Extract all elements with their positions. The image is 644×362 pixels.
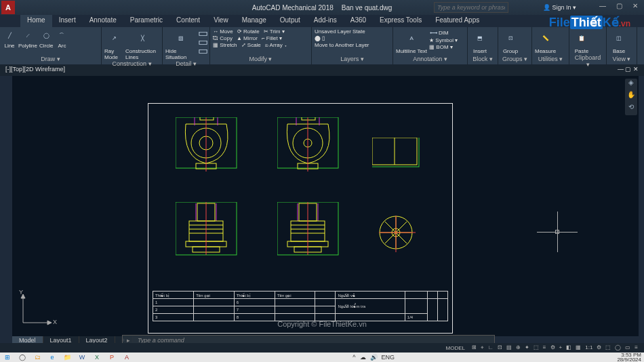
paste-button[interactable]: 📋Paste	[572, 28, 591, 54]
ray-mode-button[interactable]: ↗Ray Mode	[104, 28, 123, 60]
status-toggle[interactable]: ⌖	[479, 344, 486, 350]
status-toggle[interactable]: ⊕	[514, 344, 523, 350]
status-toggle[interactable]: ▦	[573, 344, 583, 350]
tab-manage[interactable]: Manage	[235, 15, 273, 27]
tab-featured-apps[interactable]: Featured Apps	[428, 15, 486, 27]
status-toggle[interactable]: ⊞	[470, 344, 479, 350]
taskbar-app[interactable]: 📁	[60, 353, 75, 362]
panel-view-title[interactable]: View ▾	[609, 56, 634, 63]
line-icon: ╱	[3, 28, 16, 42]
system-clock[interactable]: 3:53 PM28/9/2024	[617, 353, 644, 362]
tab-express-tools[interactable]: Express Tools	[373, 15, 428, 27]
line-button[interactable]: ╱Line	[3, 28, 16, 49]
minimize-button[interactable]: —	[595, 2, 610, 13]
tab-output[interactable]: Output	[273, 15, 307, 27]
panel-detail-title[interactable]: Detail ▾	[165, 60, 207, 68]
status-toggle[interactable]: ◧	[564, 344, 573, 350]
modify-scale-button[interactable]: ⤢ Scale	[241, 42, 261, 48]
status-toggle[interactable]: +	[557, 344, 565, 350]
insert-button[interactable]: ⬒Insert	[470, 28, 489, 54]
status-toggle[interactable]: ◯	[613, 344, 623, 350]
tab-annotate[interactable]: Annotate	[83, 15, 123, 27]
status-toggle[interactable]: ≡	[541, 344, 548, 350]
taskbar-app[interactable]: P	[104, 353, 119, 362]
hide-situation-icon: ▧	[172, 28, 190, 47]
bom-button[interactable]: ▦ BOM ▾	[429, 44, 458, 50]
tab-view[interactable]: View	[207, 15, 235, 27]
modify-copy-button[interactable]: ⿻ Copy	[213, 35, 233, 41]
status-toggle[interactable]: ▭	[623, 344, 632, 350]
layer-row[interactable]: ⬤ ▯	[315, 35, 369, 41]
status-toggle[interactable]: ≡	[632, 344, 640, 350]
app-icon[interactable]: A	[1, 1, 15, 14]
panel-construction-title[interactable]: Construction ▾	[104, 60, 159, 68]
panel-clipboard-title[interactable]: Clipboard ▾	[572, 54, 603, 68]
measure-button[interactable]: 📏Measure	[535, 28, 556, 54]
status-toggle[interactable]: ⬚	[531, 344, 541, 350]
tray-icon[interactable]: ☁	[360, 354, 366, 361]
modify-array-button[interactable]: ⎄ Array ▾	[265, 42, 287, 48]
viewport-controls[interactable]: — ▢ ✕	[618, 66, 639, 75]
dim-button[interactable]: ⟷DIM	[429, 28, 458, 37]
status-toggle[interactable]: 1:1	[583, 344, 595, 350]
tab-home[interactable]: Home	[20, 15, 52, 27]
status-toggle[interactable]: ⊡	[496, 344, 504, 350]
tab-a360[interactable]: A360	[344, 15, 373, 27]
tab-insert[interactable]: Insert	[52, 15, 83, 27]
modify-mirror-button[interactable]: ▲ Mirror	[237, 35, 258, 41]
modify-move-button[interactable]: ↔ Move	[213, 28, 233, 35]
base-view-button[interactable]: ◫Base	[609, 28, 628, 54]
status-toggle[interactable]: ⚙	[548, 344, 557, 350]
taskbar-app[interactable]: ⊞	[0, 353, 15, 362]
tray-icon[interactable]: ^	[353, 354, 355, 361]
polyline-button[interactable]: ⟋Polyline	[18, 28, 37, 49]
symbol-button[interactable]: ★ Symbol ▾	[429, 37, 458, 43]
search-input[interactable]	[434, 2, 508, 13]
status-toggle[interactable]: ∟	[486, 344, 496, 350]
modify-stretch-button[interactable]: ▦ Stretch	[213, 42, 237, 48]
panel-annotation-title[interactable]: Annotation ▾	[396, 56, 464, 63]
hide-situation-button[interactable]: ▧ Hide Situation	[165, 28, 197, 60]
group-button[interactable]: ⊡Group	[501, 28, 520, 54]
model-space-button[interactable]: MODEL	[444, 345, 467, 351]
status-toggle[interactable]: ⚙	[595, 344, 603, 350]
status-toggle[interactable]: ⬚	[603, 344, 613, 350]
panel-modify-title[interactable]: Modify ▾	[213, 56, 308, 63]
multiline-text-button[interactable]: AMultiline Text	[396, 28, 427, 54]
panel-draw-title[interactable]: Draw ▾	[3, 56, 98, 63]
nav-pan-icon[interactable]: ✋	[625, 91, 637, 103]
panel-utilities-title[interactable]: Utilities ▾	[535, 56, 566, 63]
tab-parametric[interactable]: Parametric	[123, 15, 169, 27]
signin-button[interactable]: 👤 Sign In ▾	[543, 4, 576, 11]
drawing-canvas[interactable]: Thiết bịTên gọi Thiết bịTên gọi Người vẽ…	[12, 76, 639, 336]
modify-rotate-button[interactable]: ⟳ Rotate	[237, 28, 260, 35]
nav-orbit-icon[interactable]: ⟲	[625, 103, 637, 115]
arc-button[interactable]: ⌒Arc	[55, 28, 68, 49]
nav-compass-icon[interactable]: ◈	[625, 79, 637, 91]
tray-icon[interactable]: ENG	[382, 354, 395, 361]
circle-button[interactable]: ◯Circle	[39, 28, 53, 49]
panel-block-title[interactable]: Block ▾	[470, 56, 495, 63]
maximize-button[interactable]: ▢	[611, 2, 626, 13]
layer-row[interactable]: Unsaved Layer State	[315, 28, 369, 35]
status-toggle[interactable]: ✦	[523, 344, 531, 350]
panel-groups-title[interactable]: Groups ▾	[501, 56, 529, 63]
taskbar-app[interactable]: ◯	[15, 353, 30, 362]
taskbar-app[interactable]: 🗂	[30, 353, 45, 362]
taskbar-app[interactable]: e	[45, 353, 60, 362]
status-toggle[interactable]: ▤	[504, 344, 514, 350]
taskbar-app[interactable]: A	[119, 353, 134, 362]
watermark-logo: FileThiếtKế.vn	[549, 15, 630, 30]
panel-layers-title[interactable]: Layers ▾	[315, 56, 390, 63]
taskbar-app[interactable]: W	[75, 353, 89, 362]
taskbar-app[interactable]: X	[89, 353, 104, 362]
construction-lines-button[interactable]: ╳Construction Lines	[125, 28, 159, 60]
layer-row[interactable]: Move to Another Layer	[315, 42, 369, 48]
tray-icon[interactable]: 🔊	[370, 354, 378, 361]
modify-fillet-button[interactable]: ⌐ Fillet ▾	[262, 35, 282, 41]
close-button[interactable]: ✕	[628, 2, 643, 13]
modify-trim-button[interactable]: ✂ Trim ▾	[264, 28, 285, 35]
tab-add-ins[interactable]: Add-ins	[307, 15, 344, 27]
view-cube-nav[interactable]: ◈ ✋ ⟲	[625, 79, 637, 115]
tab-content[interactable]: Content	[169, 15, 207, 27]
